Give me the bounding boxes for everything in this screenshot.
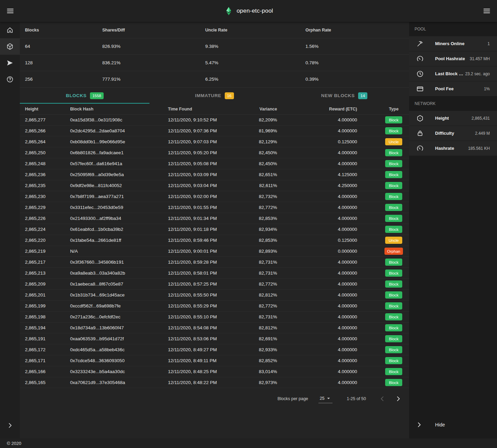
cell-variance: 82,933% [236, 347, 277, 352]
cell-reward: 4.000000 [277, 227, 357, 232]
expand-sidebar-button[interactable] [0, 417, 20, 434]
side-item-label: Height [435, 116, 449, 121]
col-header-height: Height [20, 107, 70, 111]
pool-items: Miners Online1Pool Hashrate31.457 MHLast… [409, 36, 497, 96]
cell-variance: 82,893% [236, 249, 277, 254]
cell-time-found: 12/11/2020, 8:59:28 PM [168, 260, 236, 265]
cell-height: 2,865,264 [20, 139, 70, 144]
table-row: 2,865,2500x6b801826...fa9adcaee112/11/20… [20, 147, 409, 158]
type-badge: Block [385, 269, 402, 277]
cell-block-hash: 0x2dc4295d...2dae0a8704 [70, 128, 168, 133]
cell-block-hash: 0x61eabfcd...1b0cba39b2 [70, 227, 168, 232]
cell-reward: 0.125000 [277, 139, 357, 144]
table-row: 2,865,1940x18d734a9...13b6060f4712/11/20… [20, 322, 409, 333]
nav-item-payments[interactable] [0, 55, 20, 71]
caret-down-icon [325, 395, 332, 401]
cell-block-hash: 0xb08dd0b1...99e066d95e [70, 139, 168, 144]
cell-variance: 82,691% [236, 336, 277, 341]
type-badge: Block [385, 127, 402, 134]
cell-type: Block [357, 346, 409, 353]
menu-icon[interactable] [3, 3, 18, 18]
tab-new-blocks[interactable]: NEW BLOCKS14 [279, 88, 409, 104]
cell-reward: 0.000000 [277, 249, 357, 254]
tab-blocks[interactable]: BLOCKS1558 [20, 88, 149, 104]
cell-variance: 82,772% [236, 205, 277, 210]
cell-block-hash: 0xa70621d9...37e305468a [70, 380, 168, 385]
cell-height: 2,865,213 [20, 271, 70, 276]
cell-time-found: 12/11/2020, 8:48:25 PM [168, 369, 236, 374]
table-row: 2,865,1660x3233243e...b5a4aa30dc12/11/20… [20, 366, 409, 377]
cell-variance: 82,731% [236, 260, 277, 265]
blocks-icon [6, 43, 14, 50]
cell-variance: 82,853% [236, 216, 277, 221]
help-icon [6, 76, 14, 83]
side-item-miners-online: Miners Online1 [409, 36, 497, 51]
card-icon [416, 85, 424, 93]
nav-item-blocks[interactable] [0, 38, 20, 55]
side-item-label: Difficulty [435, 131, 454, 136]
cell-block-hash: 0xa15d3f38...0e31f1908c [70, 117, 168, 122]
side-item-pool-hashrate: Pool Hashrate31.457 MH [409, 51, 497, 66]
cell-type: Block [357, 182, 409, 189]
side-item-label: Pool Fee [435, 86, 454, 91]
cell-variance: 82,450% [236, 150, 277, 155]
side-item-label: Hashrate [435, 146, 454, 151]
type-badge: Block [385, 182, 402, 189]
side-item-label: Miners Online [435, 41, 465, 46]
cell-block-hash: 0x1fabe54a...2661de81ff [70, 238, 168, 243]
gauge-icon [416, 55, 424, 63]
main-content: Blocks Shares/Diff Uncle Rate Orphan Rat… [20, 22, 409, 438]
type-badge: Block [385, 291, 402, 299]
side-item-value: 185.561 KH [468, 146, 490, 151]
nav-item-help[interactable] [0, 71, 20, 88]
cell-height: 2,865,230 [20, 194, 70, 199]
table-row: 2,865,2350x9df2e98e...811fc4005212/11/20… [20, 180, 409, 191]
stats-cell: 0.78% [305, 60, 409, 65]
cell-block-hash: 0x18d734a9...13b6060f47 [70, 325, 168, 330]
table-row: 2,865,1650xa70621d9...37e305468a12/11/20… [20, 377, 409, 388]
cell-height: 2,865,199 [20, 303, 70, 308]
per-page-select[interactable]: 25 [318, 394, 332, 403]
col-header-block-hash: Block Hash [70, 107, 168, 111]
pickaxe-icon [416, 40, 424, 48]
cell-type: Block [357, 269, 409, 277]
tab-immature[interactable]: IMMATURE16 [149, 88, 279, 104]
cell-time-found: 12/11/2020, 8:53:06 PM [168, 336, 236, 341]
type-badge: Orphan [384, 248, 403, 255]
cell-block-hash: N/A [70, 249, 168, 254]
cell-reward: 4.000000 [277, 336, 357, 341]
col-header-time-found: Time Found [168, 107, 236, 111]
cell-time-found: 12/11/2020, 8:55:29 PM [168, 303, 236, 308]
network-section-title: NETWORK [409, 96, 497, 111]
cell-type: Block [357, 291, 409, 299]
side-item-value: 2,865,431 [472, 116, 490, 121]
side-item-value: 1 [487, 41, 490, 46]
cell-height: 2,865,229 [20, 205, 70, 210]
per-page-value: 25 [320, 396, 325, 401]
cell-time-found: 12/11/2020, 9:02:00 PM [168, 194, 236, 199]
prev-page-button[interactable] [376, 393, 389, 405]
tabs: BLOCKS1558IMMATURE16NEW BLOCKS14 [20, 88, 409, 104]
hide-sidebar-button[interactable]: Hide [409, 417, 497, 432]
cell-type: Orphan [357, 248, 409, 255]
side-item-value: 23.2 sec. ago [465, 71, 490, 76]
cell-block-hash: 0xccdf562f...69a698b7fe [70, 303, 168, 308]
cell-reward: 4.000000 [277, 260, 357, 265]
app-title: open-etc-pool [237, 8, 273, 14]
table-row: 2,865,2360x25095f69...a0d39e9e5a12/11/20… [20, 169, 409, 180]
cell-time-found: 12/11/2020, 8:49:11 PM [168, 358, 236, 363]
tab-label: NEW BLOCKS [321, 93, 355, 98]
type-badge: Block [385, 302, 402, 309]
cell-height: 2,865,194 [20, 325, 70, 330]
cell-block-hash: 0x3f367660...345806b191 [70, 260, 168, 265]
table-row: 2,865,2200x1fabe54a...2661de81ff12/11/20… [20, 235, 409, 246]
cell-height: 2,865,172 [20, 347, 70, 352]
cell-variance: 82,853% [236, 238, 277, 243]
tab-badge: 14 [358, 92, 367, 99]
side-item-pool-fee: Pool Fee1% [409, 81, 497, 96]
next-page-button[interactable] [392, 393, 404, 405]
nav-item-home[interactable] [0, 22, 20, 38]
cell-time-found: 12/11/2020, 9:03:04 PM [168, 183, 236, 188]
menu-icon-right[interactable] [479, 3, 494, 18]
stats-row: 64826.93%9.38%1.56% [20, 38, 409, 55]
